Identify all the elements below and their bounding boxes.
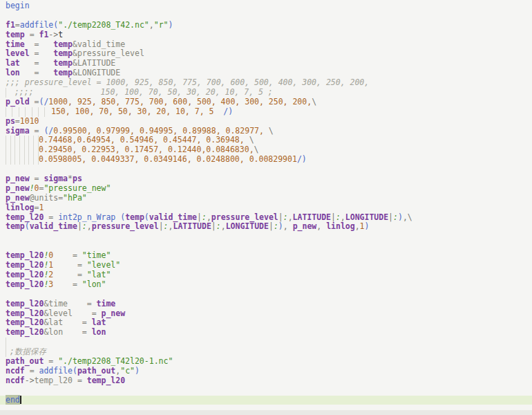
code-line: temp_l20!3 = "lon"	[6, 280, 532, 290]
code-segment: 0.74468,0.64954, 0.54946, 0.45447, 0.369…	[39, 135, 245, 145]
code-segment: =	[15, 116, 20, 126]
code-segment: temp_l20	[6, 308, 44, 318]
code-line	[6, 290, 532, 299]
code-segment: temp_l20	[6, 212, 44, 222]
code-segment: )	[168, 20, 173, 30]
code-segment: lat	[92, 317, 106, 327]
code-line: temp_l20 = int2p_n_Wrap (temp(valid_time…	[6, 213, 532, 223]
code-segment: pressure_level	[211, 212, 278, 222]
code-segment	[213, 107, 223, 116]
code-segment: :	[82, 221, 87, 231]
code-line: end	[0, 396, 532, 405]
code-segment: temp	[53, 39, 73, 49]
code-segment: (/	[39, 97, 48, 107]
code-segment: =	[20, 58, 53, 68]
code-segment: int2p_n_Wrap	[58, 212, 115, 222]
code-line	[6, 241, 532, 251]
code-segment: |	[197, 212, 202, 222]
code-segment: 0.99500, 0.97999, 0.94995, 0.89988, 0.82…	[53, 126, 264, 136]
code-line: temp = f1->t	[6, 30, 532, 40]
code-segment: ;;; pressure_level = 1000, 925, 850, 775…	[6, 77, 369, 87]
code-segment: temp_l20	[6, 327, 44, 337]
code-segment: \	[254, 145, 259, 154]
code-segment: lon	[6, 68, 20, 77]
code-segment: |	[159, 221, 164, 231]
code-segment: 1000, 925, 850, 775, 700, 600, 500, 400,…	[48, 97, 312, 107]
code-segment: :	[274, 221, 278, 231]
code-segment: \	[312, 97, 316, 107]
code-segment: =	[25, 366, 39, 376]
code-line: temp_l20!2 = "lat"	[6, 270, 532, 280]
indent-guide	[6, 155, 39, 165]
code-segment: "./temp2208_T42.nc"	[58, 20, 149, 30]
code-segment: =	[25, 30, 39, 39]
code-segment: =	[44, 356, 58, 366]
code-segment: )	[398, 212, 403, 222]
code-line: ;数据保存	[6, 347, 532, 357]
code-segment: ps	[73, 174, 82, 183]
indent-guide	[6, 145, 39, 155]
code-segment: p_new	[6, 193, 30, 203]
code-line	[6, 232, 532, 241]
code-segment: )	[278, 221, 283, 231]
code-segment: &time	[44, 299, 68, 308]
code-line: ncdf->temp_l20 = temp_l20	[6, 376, 532, 386]
code-segment: =	[73, 308, 102, 318]
code-segment: temp_l20	[6, 250, 44, 260]
code-segment: /)	[223, 107, 233, 116]
code-segment: temp	[53, 48, 73, 58]
code-segment: p_new	[101, 308, 125, 318]
code-segment: =	[63, 327, 92, 337]
code-segment: |	[269, 221, 274, 231]
code-segment: =	[53, 279, 82, 289]
code-segment: 1010	[20, 116, 39, 126]
code-segment: "hPa"	[63, 193, 87, 203]
code-segment: ,	[288, 212, 293, 222]
code-segment: ncdf	[6, 366, 25, 376]
code-segment: ,	[149, 20, 154, 30]
editor-window: beginf1=addfile("./temp2208_T42.nc","r")…	[0, 0, 532, 415]
code-editor[interactable]: beginf1=addfile("./temp2208_T42.nc","r")…	[0, 0, 532, 415]
code-segment: (	[144, 212, 149, 222]
code-segment: &level	[44, 308, 73, 318]
code-segment: lon	[92, 327, 106, 337]
code-line: temp_l20&level = p_new	[6, 309, 532, 319]
indent-guide	[6, 136, 39, 145]
code-segment: )	[135, 366, 140, 376]
code-line: temp_l20!0 = "time"	[6, 251, 532, 261]
code-segment: :	[393, 212, 398, 222]
code-line: ;;; pressure_level = 1000, 925, 850, 775…	[6, 78, 532, 88]
code-segment: LONGITUDE	[226, 221, 269, 231]
code-segment: =	[73, 376, 87, 385]
code-segment: ,	[355, 221, 360, 231]
code-line: f1=addfile("./temp2208_T42.nc","r")	[6, 21, 532, 30]
code-segment: "lon"	[82, 279, 106, 289]
code-line: 150, 100, 70, 50, 30, 20, 10, 7, 5 /)	[6, 107, 532, 117]
code-segment: temp_l20	[87, 376, 125, 385]
code-line: time = temp&valid_time	[6, 40, 532, 50]
code-segment: \	[245, 135, 254, 145]
code-segment: 0.0598005, 0.0449337, 0.0349146, 0.02488…	[39, 154, 297, 164]
code-line	[6, 338, 532, 347]
code-segment: time	[97, 299, 116, 308]
code-segment: |	[388, 212, 393, 222]
code-segment: temp_l20	[6, 270, 44, 279]
code-line: temp_l20&time = time	[6, 299, 532, 309]
code-line: ncdf = addfile(path_out,"c")	[6, 367, 532, 376]
horizontal-scrollbar[interactable]	[0, 410, 532, 415]
code-segment: temp	[6, 221, 25, 231]
code-segment: (	[25, 221, 30, 231]
code-segment: valid_time	[30, 221, 77, 231]
code-segment: =	[53, 260, 86, 270]
code-segment: ,\	[403, 212, 412, 222]
code-segment: linlog	[326, 221, 355, 231]
code-segment: =	[68, 299, 97, 308]
code-segment: time	[6, 39, 25, 49]
code-segment: p_new	[293, 221, 317, 231]
code-segment: |	[211, 221, 216, 231]
code-segment: :	[283, 212, 288, 222]
indent-guide	[6, 107, 51, 117]
code-line: temp_l20!1 = "level"	[6, 261, 532, 270]
code-segment: &lat	[44, 317, 63, 327]
code-segment: 150, 100, 70, 50, 30, 20, 10, 7, 5	[51, 107, 213, 116]
